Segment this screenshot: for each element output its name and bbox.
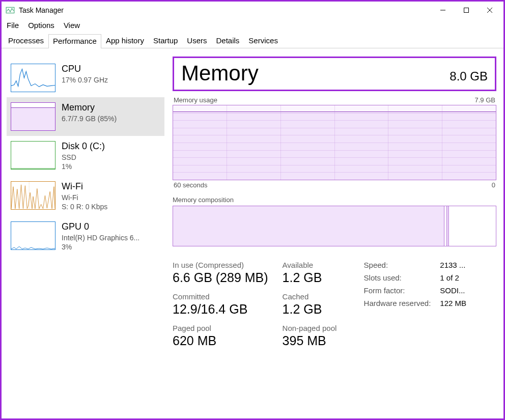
sidebar-item-wifi[interactable]: Wi-Fi Wi-Fi S: 0 R: 0 Kbps: [7, 176, 164, 216]
memory-composition-chart[interactable]: [173, 206, 496, 246]
info-slots-label: Slots used:: [364, 273, 431, 282]
sidebar-disk-sub1: SSD: [62, 153, 105, 162]
panel-total: 8.0 GB: [450, 69, 488, 83]
sidebar-disk-sub2: 1%: [62, 162, 105, 171]
disk-thumbnail: [11, 141, 55, 170]
tab-users[interactable]: Users: [182, 34, 211, 48]
gpu-thumbnail: [11, 221, 55, 250]
memory-usage-chart-area: Memory usage 7.9 GB: [173, 96, 496, 246]
sidebar-wifi-sub1: Wi-Fi: [62, 193, 107, 202]
tab-app-history[interactable]: App history: [101, 34, 149, 48]
svg-rect-2: [464, 8, 469, 13]
title-bar: Task Manager: [2, 2, 503, 19]
stat-cached: Cached 1.2 GB: [283, 292, 349, 317]
tab-services[interactable]: Services: [244, 34, 283, 48]
stat-paged: Paged pool 620 MB: [173, 324, 268, 348]
menu-bar: File Options View: [2, 19, 503, 34]
task-manager-icon: [6, 6, 15, 15]
memory-stats: In use (Compressed) 6.6 GB (289 MB) Avai…: [173, 261, 496, 348]
hardware-info: Speed: 2133 ... Slots used: 1 of 2 Form …: [364, 261, 466, 348]
sidebar-item-gpu[interactable]: GPU 0 Intel(R) HD Graphics 6... 3%: [7, 216, 164, 257]
sidebar-gpu-title: GPU 0: [62, 221, 139, 232]
stat-available: Available 1.2 GB: [283, 261, 349, 285]
stat-committed: Committed 12.9/16.4 GB: [173, 292, 268, 317]
sidebar-cpu-sub: 17% 0.97 GHz: [62, 75, 108, 85]
tab-details[interactable]: Details: [212, 34, 244, 48]
performance-sidebar: CPU 17% 0.97 GHz Memory 6.7/7.9 GB (85%)…: [2, 48, 170, 418]
maximize-button[interactable]: [455, 2, 478, 18]
x-axis-right: 0: [492, 181, 495, 189]
menu-view[interactable]: View: [64, 21, 80, 30]
panel-title: Memory: [181, 61, 259, 86]
content: CPU 17% 0.97 GHz Memory 6.7/7.9 GB (85%)…: [2, 48, 503, 418]
sidebar-cpu-title: CPU: [62, 64, 108, 74]
tab-processes[interactable]: Processes: [4, 34, 48, 48]
tab-strip: Processes Performance App history Startu…: [2, 34, 503, 48]
sidebar-mem-sub: 6.7/7.9 GB (85%): [62, 114, 117, 123]
window-title: Task Manager: [19, 6, 64, 14]
memory-header-highlight: Memory 8.0 GB: [173, 57, 496, 91]
info-slots: 1 of 2: [440, 273, 466, 282]
stat-in-use: In use (Compressed) 6.6 GB (289 MB): [173, 261, 268, 285]
tab-startup[interactable]: Startup: [149, 34, 182, 48]
sidebar-wifi-sub2: S: 0 R: 0 Kbps: [62, 202, 107, 211]
sidebar-gpu-sub2: 3%: [62, 242, 139, 251]
sidebar-disk-title: Disk 0 (C:): [62, 141, 105, 152]
usage-max-label: 7.9 GB: [475, 96, 495, 104]
main-panel: Memory 8.0 GB Memory usage 7.9 GB: [170, 48, 503, 418]
memory-thumbnail: [11, 102, 55, 131]
wifi-thumbnail: [11, 181, 55, 210]
info-hw-label: Hardware reserved:: [364, 299, 431, 307]
tab-performance[interactable]: Performance: [48, 34, 101, 48]
sidebar-gpu-sub1: Intel(R) HD Graphics 6...: [62, 233, 139, 242]
sidebar-item-memory[interactable]: Memory 6.7/7.9 GB (85%): [7, 97, 164, 136]
memory-usage-chart[interactable]: [173, 105, 496, 180]
info-form-label: Form factor:: [364, 286, 431, 295]
info-hw: 122 MB: [440, 299, 466, 307]
minimize-button[interactable]: [431, 2, 455, 18]
info-speed: 2133 ...: [440, 261, 466, 269]
composition-label: Memory composition: [173, 196, 496, 204]
x-axis-left: 60 seconds: [174, 181, 208, 189]
sidebar-wifi-title: Wi-Fi: [62, 181, 107, 192]
usage-label: Memory usage: [174, 96, 217, 104]
menu-options[interactable]: Options: [28, 21, 54, 30]
info-form: SODI...: [440, 286, 466, 295]
menu-file[interactable]: File: [7, 21, 19, 30]
sidebar-item-disk[interactable]: Disk 0 (C:) SSD 1%: [7, 136, 164, 176]
sidebar-item-cpu[interactable]: CPU 17% 0.97 GHz: [7, 59, 164, 97]
sidebar-mem-title: Memory: [62, 102, 117, 113]
info-speed-label: Speed:: [364, 261, 431, 269]
cpu-thumbnail: [11, 64, 55, 92]
close-button[interactable]: [478, 2, 501, 18]
stat-nonpaged: Non-paged pool 395 MB: [283, 324, 349, 348]
